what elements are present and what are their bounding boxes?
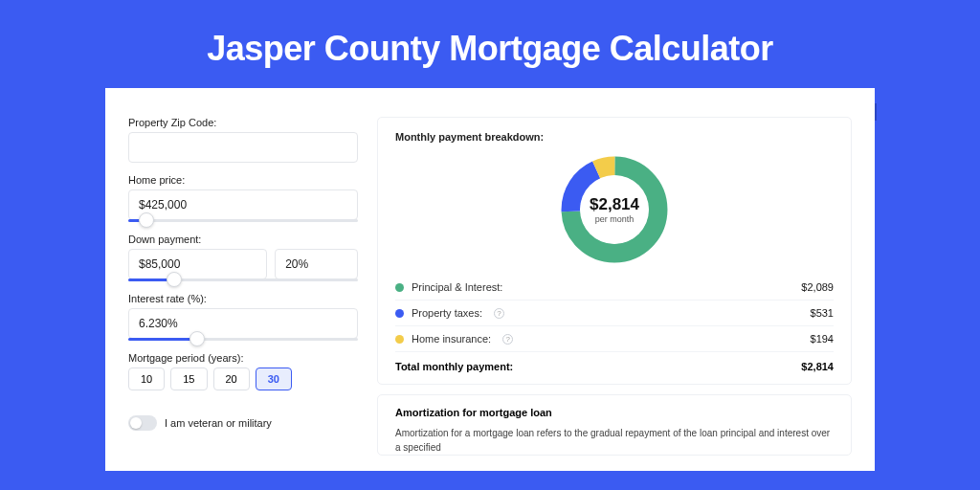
donut-wrap: $2,814 per month (395, 148, 834, 275)
period-btn-15[interactable]: 15 (170, 368, 207, 390)
down-label: Down payment: (128, 234, 358, 245)
veteran-row: I am veteran or military (128, 415, 358, 431)
amortization-title: Amortization for mortgage loan (395, 407, 834, 418)
donut-sub: per month (595, 214, 635, 224)
amortization-text: Amortization for a mortgage loan refers … (395, 426, 834, 455)
rate-slider[interactable] (128, 338, 358, 341)
legend-label: Home insurance: (412, 333, 491, 345)
calculator-card: Property Zip Code: Home price: Down paym… (105, 88, 875, 471)
period-row: 10152030 (128, 368, 358, 390)
legend-value: $194 (811, 333, 834, 345)
donut-chart: $2,814 per month (557, 152, 672, 267)
legend-value: $531 (811, 307, 834, 319)
rate-input[interactable] (128, 308, 358, 339)
period-field: Mortgage period (years): 10152030 (128, 352, 358, 390)
zip-input[interactable] (128, 132, 358, 163)
veteran-label: I am veteran or military (165, 417, 272, 429)
price-slider[interactable] (128, 219, 358, 222)
rate-slider-thumb[interactable] (189, 331, 205, 346)
period-btn-10[interactable]: 10 (128, 368, 165, 390)
total-label: Total monthly payment: (395, 361, 513, 372)
legend-label: Principal & Interest: (412, 281, 502, 293)
total-value: $2,814 (801, 361, 834, 372)
legend-dot (395, 335, 404, 344)
legend-label: Property taxes: (412, 307, 482, 319)
down-field: Down payment: (128, 234, 358, 281)
down-percent-input[interactable] (275, 249, 358, 279)
period-label: Mortgage period (years): (128, 352, 358, 364)
info-icon[interactable]: ? (502, 334, 513, 345)
breakdown-column: Monthly payment breakdown: $2,814 per mo… (377, 117, 852, 471)
down-slider[interactable] (128, 278, 358, 281)
legend-row: Home insurance:?$194 (395, 325, 834, 351)
period-btn-20[interactable]: 20 (213, 368, 250, 390)
breakdown-box: Monthly payment breakdown: $2,814 per mo… (377, 117, 852, 385)
info-icon[interactable]: ? (494, 308, 504, 319)
price-input[interactable] (128, 189, 358, 220)
zip-field: Property Zip Code: (128, 117, 358, 163)
rate-label: Interest rate (%): (128, 293, 358, 304)
donut-amount: $2,814 (590, 195, 639, 214)
donut-center: $2,814 per month (580, 175, 649, 244)
legend-dot (395, 309, 404, 318)
total-row: Total monthly payment: $2,814 (395, 351, 834, 374)
breakdown-title: Monthly payment breakdown: (395, 131, 834, 143)
down-slider-thumb[interactable] (167, 272, 182, 287)
price-field: Home price: (128, 174, 358, 222)
legend-list: Principal & Interest:$2,089Property taxe… (395, 275, 834, 351)
zip-label: Property Zip Code: (128, 117, 358, 128)
form-column: Property Zip Code: Home price: Down paym… (128, 117, 358, 471)
legend-row: Property taxes:?$531 (395, 300, 834, 325)
price-label: Home price: (128, 174, 358, 186)
page-title: Jasper County Mortgage Calculator (0, 0, 980, 88)
amortization-box: Amortization for mortgage loan Amortizat… (377, 394, 852, 456)
veteran-toggle[interactable] (128, 415, 157, 431)
period-btn-30[interactable]: 30 (256, 368, 292, 390)
rate-field: Interest rate (%): (128, 293, 358, 341)
legend-value: $2,089 (801, 281, 834, 293)
price-slider-thumb[interactable] (139, 212, 154, 228)
down-amount-input[interactable] (128, 249, 267, 279)
legend-dot (395, 283, 404, 292)
legend-row: Principal & Interest:$2,089 (395, 275, 834, 300)
